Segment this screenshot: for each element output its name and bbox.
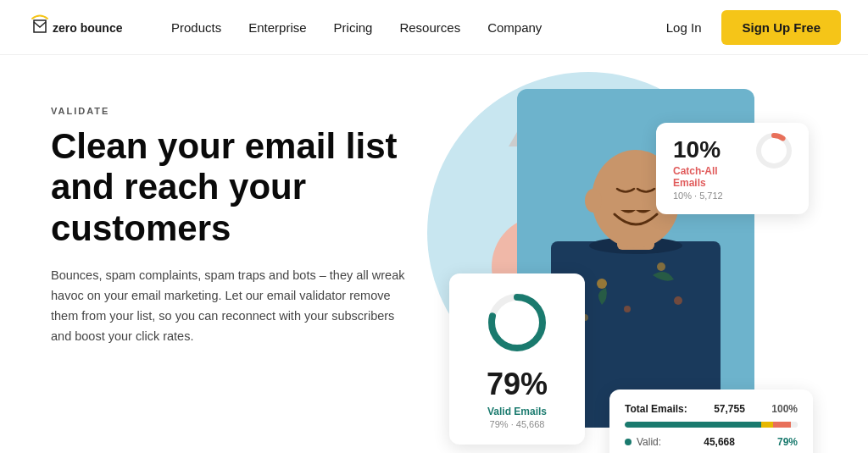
valid-row-label: Valid: xyxy=(637,436,661,448)
signup-button[interactable]: Sign Up Free xyxy=(721,10,841,45)
catch-all-sublabel: 10% · 5,712 xyxy=(673,191,792,201)
table-header: Total Emails: 57,755 100% xyxy=(625,403,798,415)
table-header-pct: 100% xyxy=(771,403,798,415)
nav-links: Products Enterprise Pricing Resources Co… xyxy=(171,20,666,35)
hero-headline: Clean your email list and reach your cus… xyxy=(51,126,441,249)
valid-label: Valid Emails xyxy=(468,406,566,417)
nav-link-products[interactable]: Products xyxy=(171,20,221,35)
table-header-count: 57,755 xyxy=(714,403,745,415)
hero-description: Bounces, spam complaints, spam traps and… xyxy=(51,266,407,347)
valid-row-pct: 79% xyxy=(777,436,798,448)
validate-label: VALIDATE xyxy=(51,106,441,116)
valid-sublabel: 79% · 45,668 xyxy=(468,419,566,429)
stat-card-catch-all: 10% Catch-All Emails 10% · 5,712 xyxy=(656,123,809,214)
svg-point-11 xyxy=(674,296,682,305)
svg-point-10 xyxy=(624,306,631,312)
stat-card-valid-emails: 79% Valid Emails 79% · 45,668 xyxy=(449,273,585,445)
bullet-valid xyxy=(625,439,632,445)
table-row-valid: Valid: 45,668 79% xyxy=(625,436,798,448)
navbar: zero bounce Products Enterprise Pricing … xyxy=(0,0,868,55)
nav-actions: Log In Sign Up Free xyxy=(666,10,841,45)
hero-section: VALIDATE Clean your email list and reach… xyxy=(0,55,868,453)
nav-link-pricing[interactable]: Pricing xyxy=(334,20,373,35)
login-button[interactable]: Log In xyxy=(666,20,702,35)
nav-link-company[interactable]: Company xyxy=(487,20,542,35)
hero-visual: 10% Catch-All Emails 10% · 5,712 79% Val… xyxy=(441,97,817,453)
svg-point-8 xyxy=(597,279,607,289)
svg-point-9 xyxy=(657,262,665,271)
table-header-label: Total Emails: xyxy=(625,403,687,415)
svg-text:zero bounce: zero bounce xyxy=(53,21,123,35)
stat-card-table: Total Emails: 57,755 100% Valid: 4 xyxy=(609,389,813,453)
logo[interactable]: zero bounce xyxy=(27,10,137,44)
svg-point-6 xyxy=(585,189,602,213)
nav-link-resources[interactable]: Resources xyxy=(399,20,460,35)
valid-row-count: 45,668 xyxy=(704,436,735,448)
hero-content-left: VALIDATE Clean your email list and reach… xyxy=(51,97,441,347)
nav-link-enterprise[interactable]: Enterprise xyxy=(248,20,306,35)
progress-bar-total xyxy=(625,422,798,428)
valid-percent: 79% xyxy=(468,367,566,402)
